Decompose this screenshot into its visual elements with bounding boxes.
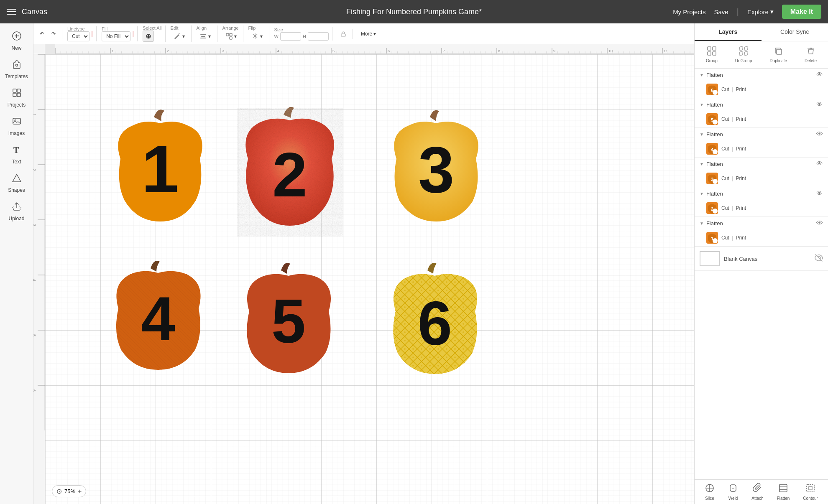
- layer-item-3[interactable]: 3 3 Cut | Print: [695, 170, 828, 187]
- grid-canvas[interactable]: 1: [45, 54, 694, 504]
- visibility-icon-2[interactable]: 👁: [816, 190, 823, 197]
- sidebar-item-label-text: Text: [12, 159, 21, 165]
- blank-canvas-row[interactable]: Blank Canvas: [695, 247, 828, 271]
- chevron-icon-6: ▼: [700, 73, 704, 77]
- layer-item-6[interactable]: 6 6 Cut | Print: [695, 81, 828, 98]
- align-button[interactable]: ▾: [197, 31, 214, 42]
- select-all-button[interactable]: ⊕: [143, 31, 154, 42]
- tab-color-sync[interactable]: Color Sync: [762, 23, 828, 41]
- svg-text:4: 4: [141, 284, 175, 353]
- sidebar-item-templates[interactable]: Templates: [0, 55, 33, 84]
- flatten-header-4[interactable]: ▼ Flatten 👁: [695, 128, 828, 140]
- layer-thumb-3: 3 3: [706, 173, 718, 184]
- layer-info-3: Cut | Print: [721, 176, 823, 181]
- sidebar-item-label-shapes: Shapes: [8, 187, 25, 193]
- lock-ratio-button[interactable]: [337, 29, 349, 39]
- visibility-icon-5[interactable]: 👁: [816, 101, 823, 108]
- pumpkin-2[interactable]: 2: [229, 96, 350, 247]
- toolbar: ↶ ↷ Linetype Cut | Fill No Fill: [33, 23, 694, 44]
- height-input[interactable]: [308, 32, 329, 41]
- svg-rect-18: [341, 34, 345, 36]
- arrange-button[interactable]: ▾: [222, 31, 240, 42]
- hamburger-menu[interactable]: [7, 9, 16, 15]
- delete-button[interactable]: Delete: [801, 45, 820, 65]
- redo-button[interactable]: ↷: [49, 29, 59, 39]
- fill-col: Fill No Fill: [102, 26, 130, 41]
- pumpkin-1[interactable]: 1: [100, 100, 221, 238]
- panel-bottom: Slice Weld Attach: [695, 479, 828, 504]
- edit-dropdown-icon: ▾: [182, 33, 185, 39]
- make-it-button[interactable]: Make It: [782, 5, 821, 19]
- layer-item-2[interactable]: 2 2 Cut | Print: [695, 200, 828, 216]
- select-all-icon: ⊕: [146, 32, 151, 40]
- flatten-button[interactable]: Flatten: [777, 483, 790, 501]
- sidebar-item-upload[interactable]: Upload: [0, 197, 33, 226]
- svg-text:1: 1: [33, 114, 36, 116]
- group-button[interactable]: Group: [703, 45, 721, 65]
- toolbar-area: ↶ ↷ Linetype Cut | Fill No Fill: [33, 23, 694, 504]
- edit-button[interactable]: ▾: [171, 31, 188, 42]
- linetype-group: Linetype Cut |: [67, 26, 97, 41]
- contour-button[interactable]: Contour: [803, 483, 818, 501]
- save-button[interactable]: Save: [714, 8, 728, 15]
- delete-icon: [806, 46, 815, 58]
- visibility-icon-1[interactable]: 👁: [816, 219, 823, 227]
- sidebar-item-images[interactable]: Images: [0, 112, 33, 140]
- flatten-header-3[interactable]: ▼ Flatten 👁: [695, 158, 828, 170]
- align-col: Align ▾: [197, 25, 214, 42]
- weld-button[interactable]: Weld: [728, 483, 738, 501]
- fill-select[interactable]: No Fill: [102, 31, 130, 41]
- flip-label: Flip: [248, 25, 256, 31]
- align-group: Align ▾: [197, 25, 217, 42]
- align-label: Align: [197, 25, 207, 31]
- width-input[interactable]: [280, 32, 301, 41]
- my-projects-button[interactable]: My Projects: [673, 8, 705, 15]
- visibility-hidden-icon[interactable]: [815, 254, 823, 264]
- ungroup-button[interactable]: UnGroup: [732, 45, 756, 65]
- duplicate-button[interactable]: Duplicate: [766, 45, 790, 65]
- layer-item-4[interactable]: 4 4 Cut | Print: [695, 140, 828, 157]
- visibility-icon-3[interactable]: 👁: [816, 160, 823, 168]
- sidebar-item-text[interactable]: T Text: [0, 140, 33, 169]
- flatten-header-5[interactable]: ▼ Flatten 👁: [695, 98, 828, 111]
- more-button[interactable]: More ▾: [358, 29, 379, 39]
- attach-button[interactable]: Attach: [751, 483, 763, 501]
- zoom-in-button[interactable]: +: [78, 488, 82, 495]
- sidebar-item-shapes[interactable]: Shapes: [0, 169, 33, 197]
- undo-button[interactable]: ↶: [37, 29, 47, 39]
- layer-item-1[interactable]: 1 1 Cut | Print: [695, 229, 828, 246]
- sidebar-item-new[interactable]: New: [0, 27, 33, 55]
- flip-button[interactable]: ▾: [248, 31, 266, 42]
- explore-button[interactable]: Explore ▾: [747, 8, 774, 15]
- flatten-label-3: Flatten: [706, 161, 814, 167]
- visibility-icon-4[interactable]: 👁: [816, 130, 823, 138]
- svg-text:2: 2: [33, 169, 36, 171]
- select-all-group: Select All ⊕: [143, 25, 165, 42]
- pumpkin-3[interactable]: 3: [376, 100, 497, 238]
- flip-group: Flip ▾: [248, 25, 269, 42]
- edit-col: Edit ▾: [171, 25, 188, 42]
- sidebar-item-label-images: Images: [8, 130, 25, 136]
- arrange-group: Arrange ▾: [222, 25, 243, 42]
- sidebar-item-projects[interactable]: Projects: [0, 84, 33, 112]
- layer-info-2: Cut | Print: [721, 205, 823, 211]
- svg-text:2: 2: [272, 140, 307, 210]
- flatten-header-1[interactable]: ▼ Flatten 👁: [695, 217, 828, 229]
- pumpkin-5[interactable]: 5: [229, 253, 348, 387]
- svg-text:1: 1: [142, 132, 179, 206]
- pumpkin-4[interactable]: 4: [100, 251, 219, 384]
- tab-layers[interactable]: Layers: [695, 23, 762, 41]
- linetype-select[interactable]: Cut: [67, 31, 89, 41]
- zoom-target-button[interactable]: ⊙: [56, 487, 62, 495]
- svg-text:6: 6: [418, 289, 452, 358]
- svg-text:1: 1: [112, 49, 114, 53]
- visibility-icon-6[interactable]: 👁: [816, 71, 823, 79]
- contour-icon: [805, 483, 815, 495]
- layers-list: ▼ Flatten 👁 6 6 Cut | Print ▼: [695, 69, 828, 479]
- layer-item-5[interactable]: 5 5 Cut | Print: [695, 111, 828, 127]
- flatten-header-2[interactable]: ▼ Flatten 👁: [695, 187, 828, 200]
- pumpkin-6[interactable]: 6: [376, 253, 495, 391]
- flatten-header-6[interactable]: ▼ Flatten 👁: [695, 69, 828, 81]
- slice-button[interactable]: Slice: [705, 483, 715, 501]
- blank-canvas-thumbnail: [700, 251, 720, 266]
